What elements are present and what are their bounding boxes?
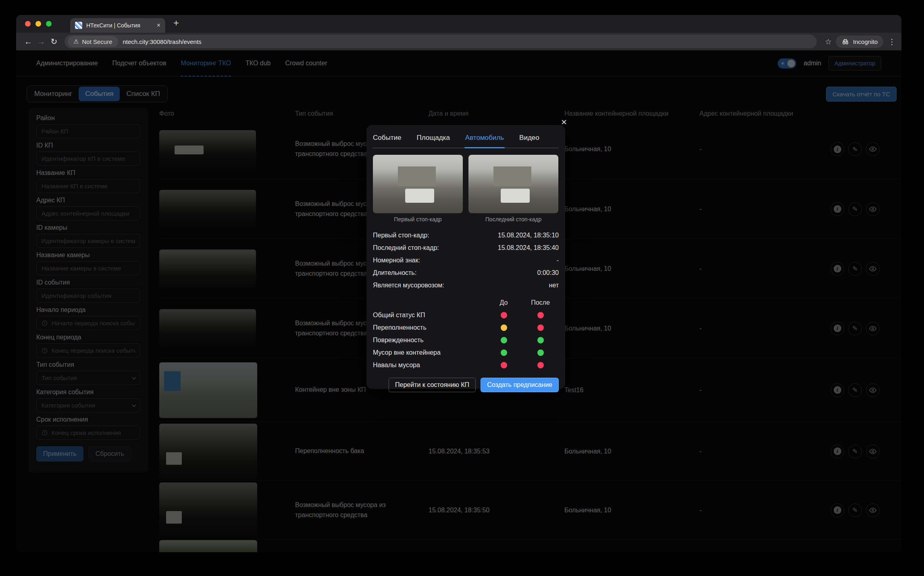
modal-tab-site[interactable]: Площадка	[416, 134, 450, 142]
window-controls	[16, 21, 60, 33]
detail-label: Длительность:	[373, 269, 416, 277]
warning-icon: ⚠	[73, 38, 79, 45]
modal-details: Первый стоп-кадр:15.08.2024, 18:35:10 По…	[373, 229, 559, 291]
detail-label: Первый стоп-кадр:	[373, 232, 429, 239]
status-dot	[501, 362, 507, 368]
modal-tab-vehicle[interactable]: Автомобиль	[465, 134, 504, 142]
first-frame-photo[interactable]	[373, 155, 463, 213]
status-row: Переполненность	[373, 321, 559, 334]
minimize-window-button[interactable]	[35, 21, 41, 27]
status-dot	[537, 312, 544, 318]
status-dot	[501, 349, 507, 356]
modal-tab-video[interactable]: Видео	[519, 134, 539, 142]
browser-toolbar: ← → ↻ ⚠ Not Secure ntech.city:30080/tras…	[16, 33, 901, 50]
new-tab-button[interactable]: +	[173, 17, 179, 29]
goto-kp-state-button[interactable]: Перейти к состоянию КП	[389, 378, 476, 392]
detail-value: -	[557, 257, 559, 264]
status-dot	[537, 324, 544, 331]
detail-value: 0:00:30	[537, 269, 559, 277]
back-icon[interactable]: ←	[22, 35, 35, 48]
tab-title: НТехСити | События	[86, 22, 153, 29]
app-page: Администрирование Подсчет объектов Монит…	[16, 50, 901, 552]
status-dot	[537, 362, 544, 368]
address-bar[interactable]: ⚠ Not Secure ntech.city:30080/trash/even…	[65, 35, 817, 48]
status-dot	[537, 349, 544, 356]
tab-strip: НТехСити | События × +	[16, 15, 901, 33]
status-row: Навалы мусора	[373, 359, 559, 371]
reload-icon[interactable]: ↻	[48, 35, 60, 48]
photo-caption: Первый стоп-кадр	[373, 216, 463, 222]
detail-label: Последний стоп-кадр:	[373, 244, 439, 252]
modal-close-icon[interactable]: ×	[561, 116, 567, 128]
event-details-modal: Событие Площадка Автомобиль Видео Первый…	[366, 125, 565, 389]
forward-icon[interactable]: →	[35, 35, 48, 48]
photo-caption: Последний стоп-кадр	[468, 216, 558, 222]
detail-value: 15.08.2024, 18:35:10	[498, 232, 559, 239]
after-column-label: После	[522, 299, 559, 306]
browser-tab[interactable]: НТехСити | События ×	[70, 18, 165, 33]
incognito-badge: Incognito	[836, 35, 883, 48]
detail-value: нет	[549, 282, 559, 289]
last-frame-photo[interactable]	[468, 155, 558, 213]
status-row: Поврежденность	[373, 334, 559, 346]
status-row: Общий статус КП	[373, 309, 559, 321]
status-row: Мусор вне контейнера	[373, 346, 559, 359]
modal-photos	[373, 155, 559, 213]
security-label: Not Secure	[82, 38, 112, 45]
status-dot	[501, 312, 507, 318]
incognito-label: Incognito	[853, 38, 878, 45]
modal-tabs: Событие Площадка Автомобиль Видео	[373, 130, 559, 148]
detail-label: Является мусоровозом:	[373, 282, 444, 289]
status-columns-header: До После	[373, 296, 559, 309]
detail-value: 15.08.2024, 18:35:40	[498, 244, 559, 252]
modal-tab-event[interactable]: Событие	[373, 134, 401, 142]
create-order-button[interactable]: Создать предписание	[481, 378, 559, 392]
url-text: ntech.city:30080/trash/events	[123, 38, 202, 45]
close-window-button[interactable]	[25, 21, 31, 27]
status-dot	[537, 337, 544, 343]
detail-label: Номерной знак:	[373, 257, 420, 264]
favicon-icon	[75, 22, 82, 29]
status-dot	[501, 337, 507, 343]
bookmark-star-icon[interactable]: ☆	[825, 37, 832, 46]
menu-kebab-icon[interactable]: ⋮	[888, 37, 896, 46]
security-chip[interactable]: ⚠ Not Secure	[68, 36, 118, 47]
incognito-icon	[841, 38, 849, 45]
status-dot	[501, 324, 507, 331]
tab-close-icon[interactable]: ×	[157, 22, 160, 29]
maximize-window-button[interactable]	[46, 21, 52, 27]
browser-window: НТехСити | События × + ← → ↻ ⚠ Not Secur…	[16, 15, 901, 552]
before-column-label: До	[485, 299, 522, 306]
